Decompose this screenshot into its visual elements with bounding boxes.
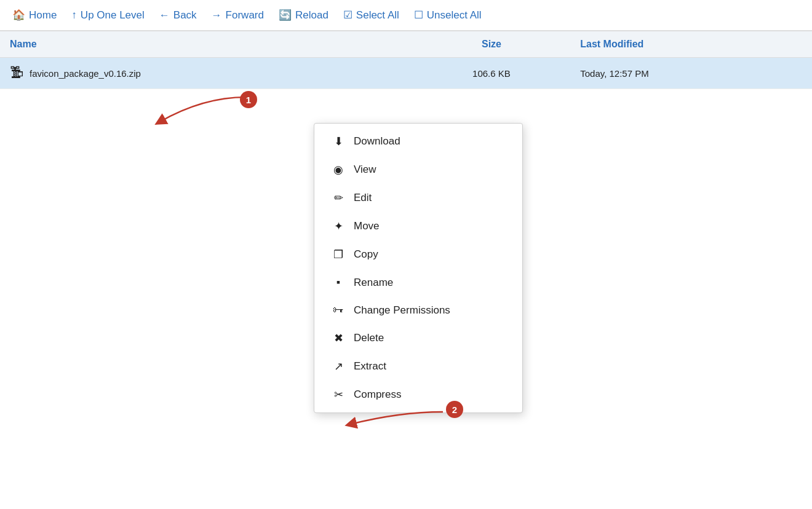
- unselect-label: Unselect All: [427, 9, 482, 22]
- rename-label: Rename: [354, 277, 393, 289]
- delete-icon: ✖: [332, 331, 345, 345]
- up-icon: ↑: [71, 9, 77, 22]
- forward-icon: →: [212, 9, 222, 22]
- view-label: View: [354, 164, 376, 176]
- home-icon: 🏠: [12, 9, 25, 22]
- home-label: Home: [29, 9, 57, 22]
- up-one-level-label: Up One Level: [81, 9, 145, 22]
- file-name-label: favicon_package_v0.16.zip: [30, 68, 141, 79]
- reload-label: Reload: [295, 9, 328, 22]
- copy-icon: ❐: [332, 248, 345, 261]
- back-label: Back: [173, 9, 197, 22]
- col-size-header: Size: [413, 31, 571, 58]
- download-label: Download: [354, 135, 400, 148]
- extract-icon: ↗: [332, 360, 345, 373]
- up-one-level-button[interactable]: ↑ Up One Level: [71, 7, 144, 24]
- move-label: Move: [354, 220, 380, 232]
- forward-label: Forward: [226, 9, 264, 22]
- back-button[interactable]: ← Back: [159, 7, 197, 24]
- file-table: Name Size Last Modified 🗜 favicon_packag…: [0, 31, 812, 89]
- back-icon: ←: [159, 9, 170, 22]
- checkbox-checked-icon: ☑: [343, 9, 352, 22]
- context-menu-item-view[interactable]: ◉View: [314, 156, 522, 184]
- home-button[interactable]: 🏠 Home: [12, 6, 57, 24]
- edit-label: Edit: [354, 192, 372, 204]
- file-name-cell: 🗜 favicon_package_v0.16.zip: [0, 58, 413, 89]
- copy-label: Copy: [354, 248, 378, 261]
- context-menu-item-edit[interactable]: ✏Edit: [314, 184, 522, 212]
- table-header-row: Name Size Last Modified: [0, 31, 812, 58]
- view-icon: ◉: [332, 163, 345, 176]
- checkbox-empty-icon: ☐: [414, 9, 423, 22]
- annotation-badge-1: 1: [240, 91, 257, 108]
- context-menu: ⬇Download◉View✏Edit✦Move❐Copy▪Rename🗝Cha…: [314, 123, 523, 413]
- select-all-label: Select All: [356, 9, 399, 22]
- compress-label: Compress: [354, 389, 401, 401]
- download-icon: ⬇: [332, 135, 345, 148]
- rename-icon: ▪: [332, 276, 345, 289]
- context-menu-item-rename[interactable]: ▪Rename: [314, 269, 522, 296]
- edit-icon: ✏: [332, 191, 345, 205]
- col-modified-header: Last Modified: [570, 31, 812, 58]
- context-menu-item-compress[interactable]: ✂Compress: [314, 381, 522, 409]
- context-menu-item-move[interactable]: ✦Move: [314, 212, 522, 240]
- extract-label: Extract: [354, 360, 386, 373]
- reload-icon: 🔄: [279, 9, 292, 22]
- context-menu-item-copy[interactable]: ❐Copy: [314, 240, 522, 269]
- annotation-badge-2: 2: [446, 401, 463, 418]
- file-size-cell: 106.6 KB: [413, 58, 571, 89]
- change-permissions-label: Change Permissions: [354, 304, 450, 317]
- context-menu-item-extract[interactable]: ↗Extract: [314, 352, 522, 381]
- select-all-button[interactable]: ☑ Select All: [343, 6, 399, 24]
- reload-button[interactable]: 🔄 Reload: [279, 6, 328, 24]
- change-permissions-icon: 🗝: [332, 304, 345, 317]
- context-menu-item-download[interactable]: ⬇Download: [314, 127, 522, 156]
- toolbar: 🏠 Home ↑ Up One Level ← Back → Forward 🔄…: [0, 0, 812, 31]
- zip-file-icon: 🗜: [10, 65, 23, 81]
- annotation-arrow-1: [129, 91, 252, 134]
- move-icon: ✦: [332, 219, 345, 233]
- table-row[interactable]: 🗜 favicon_package_v0.16.zip 106.6 KB Tod…: [0, 58, 812, 89]
- unselect-button[interactable]: ☐ Unselect All: [414, 6, 482, 24]
- delete-label: Delete: [354, 332, 384, 344]
- context-menu-item-change-permissions[interactable]: 🗝Change Permissions: [314, 296, 522, 324]
- compress-icon: ✂: [332, 388, 345, 401]
- col-name-header: Name: [0, 31, 413, 58]
- context-menu-item-delete[interactable]: ✖Delete: [314, 324, 522, 352]
- forward-button[interactable]: → Forward: [212, 7, 264, 24]
- file-modified-cell: Today, 12:57 PM: [570, 58, 812, 89]
